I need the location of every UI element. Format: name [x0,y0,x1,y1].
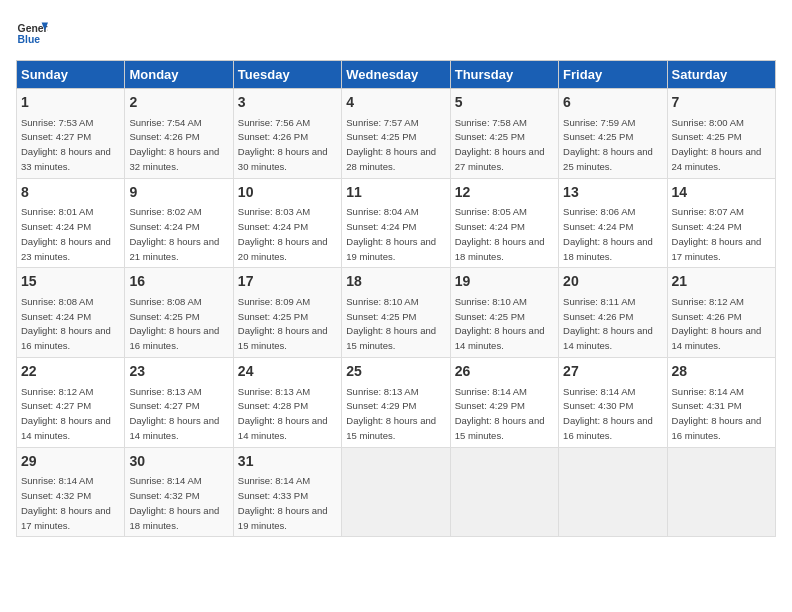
calendar-cell: 8Sunrise: 8:01 AMSunset: 4:24 PMDaylight… [17,178,125,268]
day-number: 22 [21,362,120,382]
day-info: Sunrise: 7:58 AMSunset: 4:25 PMDaylight:… [455,117,545,172]
day-number: 13 [563,183,662,203]
col-header-saturday: Saturday [667,61,775,89]
calendar-cell: 31Sunrise: 8:14 AMSunset: 4:33 PMDayligh… [233,447,341,537]
calendar-cell: 18Sunrise: 8:10 AMSunset: 4:25 PMDayligh… [342,268,450,358]
day-info: Sunrise: 8:13 AMSunset: 4:28 PMDaylight:… [238,386,328,441]
day-number: 6 [563,93,662,113]
day-number: 8 [21,183,120,203]
day-number: 19 [455,272,554,292]
day-number: 14 [672,183,771,203]
calendar-week-3: 15Sunrise: 8:08 AMSunset: 4:24 PMDayligh… [17,268,776,358]
calendar-cell: 4Sunrise: 7:57 AMSunset: 4:25 PMDaylight… [342,89,450,179]
day-info: Sunrise: 8:00 AMSunset: 4:25 PMDaylight:… [672,117,762,172]
day-number: 18 [346,272,445,292]
day-info: Sunrise: 8:13 AMSunset: 4:29 PMDaylight:… [346,386,436,441]
calendar-cell: 17Sunrise: 8:09 AMSunset: 4:25 PMDayligh… [233,268,341,358]
calendar-cell: 9Sunrise: 8:02 AMSunset: 4:24 PMDaylight… [125,178,233,268]
day-info: Sunrise: 8:08 AMSunset: 4:24 PMDaylight:… [21,296,111,351]
day-number: 7 [672,93,771,113]
day-info: Sunrise: 8:14 AMSunset: 4:32 PMDaylight:… [129,475,219,530]
calendar-cell: 21Sunrise: 8:12 AMSunset: 4:26 PMDayligh… [667,268,775,358]
logo-icon: General Blue [16,16,48,48]
calendar-cell: 23Sunrise: 8:13 AMSunset: 4:27 PMDayligh… [125,357,233,447]
day-info: Sunrise: 8:14 AMSunset: 4:29 PMDaylight:… [455,386,545,441]
day-number: 30 [129,452,228,472]
day-number: 17 [238,272,337,292]
calendar-cell: 1Sunrise: 7:53 AMSunset: 4:27 PMDaylight… [17,89,125,179]
day-number: 1 [21,93,120,113]
day-info: Sunrise: 8:14 AMSunset: 4:30 PMDaylight:… [563,386,653,441]
calendar-cell: 22Sunrise: 8:12 AMSunset: 4:27 PMDayligh… [17,357,125,447]
col-header-sunday: Sunday [17,61,125,89]
calendar-cell: 6Sunrise: 7:59 AMSunset: 4:25 PMDaylight… [559,89,667,179]
calendar-week-2: 8Sunrise: 8:01 AMSunset: 4:24 PMDaylight… [17,178,776,268]
day-number: 3 [238,93,337,113]
day-info: Sunrise: 8:14 AMSunset: 4:33 PMDaylight:… [238,475,328,530]
day-info: Sunrise: 8:11 AMSunset: 4:26 PMDaylight:… [563,296,653,351]
day-number: 12 [455,183,554,203]
day-info: Sunrise: 8:13 AMSunset: 4:27 PMDaylight:… [129,386,219,441]
calendar-cell: 14Sunrise: 8:07 AMSunset: 4:24 PMDayligh… [667,178,775,268]
col-header-tuesday: Tuesday [233,61,341,89]
day-number: 4 [346,93,445,113]
calendar-cell: 3Sunrise: 7:56 AMSunset: 4:26 PMDaylight… [233,89,341,179]
calendar-cell [450,447,558,537]
calendar-cell: 13Sunrise: 8:06 AMSunset: 4:24 PMDayligh… [559,178,667,268]
day-number: 26 [455,362,554,382]
day-number: 5 [455,93,554,113]
calendar-cell [559,447,667,537]
day-number: 15 [21,272,120,292]
header-row: SundayMondayTuesdayWednesdayThursdayFrid… [17,61,776,89]
day-info: Sunrise: 8:06 AMSunset: 4:24 PMDaylight:… [563,206,653,261]
day-number: 10 [238,183,337,203]
calendar-week-4: 22Sunrise: 8:12 AMSunset: 4:27 PMDayligh… [17,357,776,447]
calendar-cell: 29Sunrise: 8:14 AMSunset: 4:32 PMDayligh… [17,447,125,537]
calendar-cell: 7Sunrise: 8:00 AMSunset: 4:25 PMDaylight… [667,89,775,179]
calendar-week-1: 1Sunrise: 7:53 AMSunset: 4:27 PMDaylight… [17,89,776,179]
col-header-wednesday: Wednesday [342,61,450,89]
day-number: 23 [129,362,228,382]
day-info: Sunrise: 8:05 AMSunset: 4:24 PMDaylight:… [455,206,545,261]
calendar-cell [342,447,450,537]
day-number: 27 [563,362,662,382]
day-info: Sunrise: 8:12 AMSunset: 4:26 PMDaylight:… [672,296,762,351]
calendar-cell: 25Sunrise: 8:13 AMSunset: 4:29 PMDayligh… [342,357,450,447]
day-number: 21 [672,272,771,292]
day-number: 31 [238,452,337,472]
calendar-table: SundayMondayTuesdayWednesdayThursdayFrid… [16,60,776,537]
day-number: 9 [129,183,228,203]
calendar-cell: 24Sunrise: 8:13 AMSunset: 4:28 PMDayligh… [233,357,341,447]
day-info: Sunrise: 8:10 AMSunset: 4:25 PMDaylight:… [455,296,545,351]
calendar-week-5: 29Sunrise: 8:14 AMSunset: 4:32 PMDayligh… [17,447,776,537]
page-header: General Blue [16,16,776,48]
calendar-cell: 15Sunrise: 8:08 AMSunset: 4:24 PMDayligh… [17,268,125,358]
day-info: Sunrise: 8:04 AMSunset: 4:24 PMDaylight:… [346,206,436,261]
day-number: 28 [672,362,771,382]
day-info: Sunrise: 8:14 AMSunset: 4:32 PMDaylight:… [21,475,111,530]
calendar-cell [667,447,775,537]
day-number: 20 [563,272,662,292]
day-info: Sunrise: 8:01 AMSunset: 4:24 PMDaylight:… [21,206,111,261]
calendar-cell: 20Sunrise: 8:11 AMSunset: 4:26 PMDayligh… [559,268,667,358]
day-info: Sunrise: 7:57 AMSunset: 4:25 PMDaylight:… [346,117,436,172]
col-header-friday: Friday [559,61,667,89]
calendar-cell: 30Sunrise: 8:14 AMSunset: 4:32 PMDayligh… [125,447,233,537]
day-info: Sunrise: 8:02 AMSunset: 4:24 PMDaylight:… [129,206,219,261]
calendar-cell: 12Sunrise: 8:05 AMSunset: 4:24 PMDayligh… [450,178,558,268]
day-info: Sunrise: 8:12 AMSunset: 4:27 PMDaylight:… [21,386,111,441]
calendar-cell: 27Sunrise: 8:14 AMSunset: 4:30 PMDayligh… [559,357,667,447]
day-info: Sunrise: 7:53 AMSunset: 4:27 PMDaylight:… [21,117,111,172]
day-info: Sunrise: 7:59 AMSunset: 4:25 PMDaylight:… [563,117,653,172]
day-info: Sunrise: 8:10 AMSunset: 4:25 PMDaylight:… [346,296,436,351]
calendar-cell: 2Sunrise: 7:54 AMSunset: 4:26 PMDaylight… [125,89,233,179]
calendar-cell: 16Sunrise: 8:08 AMSunset: 4:25 PMDayligh… [125,268,233,358]
day-info: Sunrise: 8:03 AMSunset: 4:24 PMDaylight:… [238,206,328,261]
calendar-cell: 11Sunrise: 8:04 AMSunset: 4:24 PMDayligh… [342,178,450,268]
day-info: Sunrise: 8:14 AMSunset: 4:31 PMDaylight:… [672,386,762,441]
calendar-cell: 10Sunrise: 8:03 AMSunset: 4:24 PMDayligh… [233,178,341,268]
day-number: 25 [346,362,445,382]
day-info: Sunrise: 8:07 AMSunset: 4:24 PMDaylight:… [672,206,762,261]
logo: General Blue [16,16,48,48]
day-number: 29 [21,452,120,472]
